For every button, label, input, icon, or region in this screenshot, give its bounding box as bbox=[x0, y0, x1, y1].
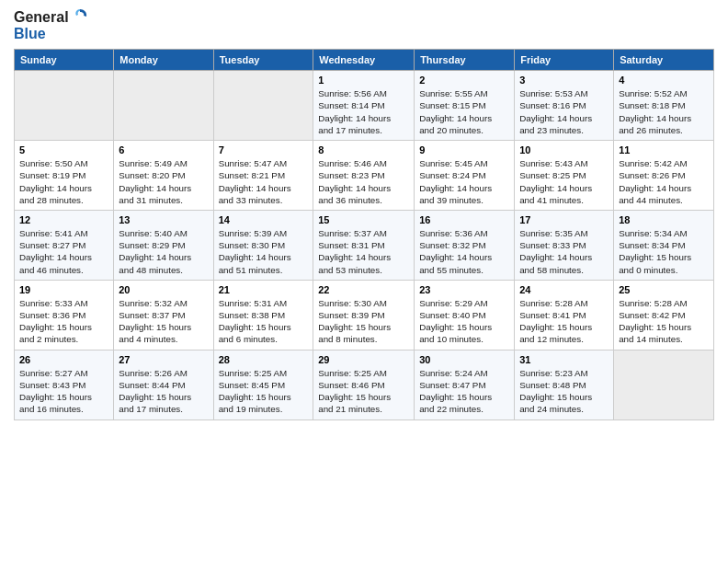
calendar-cell: 25Sunrise: 5:28 AM Sunset: 8:42 PM Dayli… bbox=[614, 280, 714, 350]
calendar-header-monday: Monday bbox=[114, 50, 213, 71]
day-info: Sunrise: 5:41 AM Sunset: 8:27 PM Dayligh… bbox=[19, 227, 108, 276]
logo: General Blue bbox=[14, 9, 89, 41]
day-number: 15 bbox=[318, 214, 409, 225]
calendar-cell: 31Sunrise: 5:23 AM Sunset: 8:48 PM Dayli… bbox=[515, 350, 614, 419]
day-info: Sunrise: 5:25 AM Sunset: 8:45 PM Dayligh… bbox=[219, 367, 309, 416]
logo-blue-text: Blue bbox=[14, 26, 89, 42]
day-number: 17 bbox=[519, 214, 609, 225]
day-info: Sunrise: 5:30 AM Sunset: 8:39 PM Dayligh… bbox=[318, 297, 409, 346]
calendar-cell: 18Sunrise: 5:34 AM Sunset: 8:34 PM Dayli… bbox=[614, 210, 714, 280]
calendar-header-row: SundayMondayTuesdayWednesdayThursdayFrid… bbox=[15, 50, 714, 71]
day-number: 13 bbox=[119, 214, 208, 225]
calendar-cell: 5Sunrise: 5:50 AM Sunset: 8:19 PM Daylig… bbox=[15, 141, 114, 211]
calendar-cell: 26Sunrise: 5:27 AM Sunset: 8:43 PM Dayli… bbox=[15, 350, 114, 419]
day-number: 1 bbox=[318, 75, 409, 86]
calendar-header-saturday: Saturday bbox=[614, 50, 714, 71]
day-number: 31 bbox=[519, 354, 609, 365]
day-info: Sunrise: 5:55 AM Sunset: 8:15 PM Dayligh… bbox=[419, 87, 509, 136]
calendar-week-row: 26Sunrise: 5:27 AM Sunset: 8:43 PM Dayli… bbox=[15, 350, 714, 419]
calendar-cell: 1Sunrise: 5:56 AM Sunset: 8:14 PM Daylig… bbox=[313, 71, 415, 141]
day-number: 19 bbox=[19, 284, 108, 295]
calendar-cell bbox=[614, 350, 714, 419]
logo-bird-icon bbox=[71, 6, 89, 25]
day-number: 27 bbox=[119, 354, 208, 365]
day-number: 28 bbox=[219, 354, 309, 365]
day-number: 12 bbox=[19, 214, 108, 225]
calendar-cell: 9Sunrise: 5:45 AM Sunset: 8:24 PM Daylig… bbox=[415, 141, 515, 211]
calendar-cell: 16Sunrise: 5:36 AM Sunset: 8:32 PM Dayli… bbox=[415, 210, 515, 280]
day-info: Sunrise: 5:28 AM Sunset: 8:41 PM Dayligh… bbox=[519, 297, 609, 346]
day-info: Sunrise: 5:49 AM Sunset: 8:20 PM Dayligh… bbox=[119, 157, 208, 206]
day-number: 24 bbox=[519, 284, 609, 295]
day-number: 23 bbox=[419, 284, 509, 295]
calendar-cell: 14Sunrise: 5:39 AM Sunset: 8:30 PM Dayli… bbox=[213, 210, 313, 280]
day-info: Sunrise: 5:56 AM Sunset: 8:14 PM Dayligh… bbox=[318, 87, 409, 136]
day-info: Sunrise: 5:28 AM Sunset: 8:42 PM Dayligh… bbox=[619, 297, 709, 346]
calendar-cell: 6Sunrise: 5:49 AM Sunset: 8:20 PM Daylig… bbox=[114, 141, 213, 211]
day-number: 16 bbox=[419, 214, 509, 225]
day-info: Sunrise: 5:31 AM Sunset: 8:38 PM Dayligh… bbox=[219, 297, 309, 346]
day-info: Sunrise: 5:27 AM Sunset: 8:43 PM Dayligh… bbox=[19, 367, 108, 416]
page: General Blue SundayMondayTuesdayWednesda… bbox=[0, 0, 728, 563]
calendar-cell: 23Sunrise: 5:29 AM Sunset: 8:40 PM Dayli… bbox=[415, 280, 515, 350]
calendar-header-thursday: Thursday bbox=[415, 50, 515, 71]
calendar-cell: 19Sunrise: 5:33 AM Sunset: 8:36 PM Dayli… bbox=[15, 280, 114, 350]
logo-general-text: General bbox=[14, 9, 69, 26]
day-number: 14 bbox=[219, 214, 309, 225]
day-info: Sunrise: 5:24 AM Sunset: 8:47 PM Dayligh… bbox=[419, 367, 509, 416]
day-number: 26 bbox=[19, 354, 108, 365]
day-info: Sunrise: 5:52 AM Sunset: 8:18 PM Dayligh… bbox=[619, 87, 709, 136]
day-number: 25 bbox=[619, 284, 709, 295]
day-info: Sunrise: 5:25 AM Sunset: 8:46 PM Dayligh… bbox=[318, 367, 409, 416]
day-number: 29 bbox=[318, 354, 409, 365]
calendar-cell: 2Sunrise: 5:55 AM Sunset: 8:15 PM Daylig… bbox=[415, 71, 515, 141]
day-number: 7 bbox=[219, 144, 309, 155]
calendar-cell bbox=[114, 71, 213, 141]
calendar-cell: 24Sunrise: 5:28 AM Sunset: 8:41 PM Dayli… bbox=[515, 280, 614, 350]
day-info: Sunrise: 5:42 AM Sunset: 8:26 PM Dayligh… bbox=[619, 157, 709, 206]
calendar-cell: 12Sunrise: 5:41 AM Sunset: 8:27 PM Dayli… bbox=[15, 210, 114, 280]
day-info: Sunrise: 5:50 AM Sunset: 8:19 PM Dayligh… bbox=[19, 157, 108, 206]
calendar-cell: 27Sunrise: 5:26 AM Sunset: 8:44 PM Dayli… bbox=[114, 350, 213, 419]
calendar-week-row: 19Sunrise: 5:33 AM Sunset: 8:36 PM Dayli… bbox=[15, 280, 714, 350]
calendar-cell bbox=[15, 71, 114, 141]
day-info: Sunrise: 5:33 AM Sunset: 8:36 PM Dayligh… bbox=[19, 297, 108, 346]
calendar-cell: 20Sunrise: 5:32 AM Sunset: 8:37 PM Dayli… bbox=[114, 280, 213, 350]
day-number: 5 bbox=[19, 144, 108, 155]
calendar-cell: 7Sunrise: 5:47 AM Sunset: 8:21 PM Daylig… bbox=[213, 141, 313, 211]
day-number: 4 bbox=[619, 75, 709, 86]
calendar-cell: 15Sunrise: 5:37 AM Sunset: 8:31 PM Dayli… bbox=[313, 210, 415, 280]
day-info: Sunrise: 5:53 AM Sunset: 8:16 PM Dayligh… bbox=[519, 87, 609, 136]
calendar-cell: 11Sunrise: 5:42 AM Sunset: 8:26 PM Dayli… bbox=[614, 141, 714, 211]
day-number: 6 bbox=[119, 144, 208, 155]
day-info: Sunrise: 5:43 AM Sunset: 8:25 PM Dayligh… bbox=[519, 157, 609, 206]
day-info: Sunrise: 5:29 AM Sunset: 8:40 PM Dayligh… bbox=[419, 297, 509, 346]
day-number: 10 bbox=[519, 144, 609, 155]
calendar-table: SundayMondayTuesdayWednesdayThursdayFrid… bbox=[14, 49, 714, 419]
day-info: Sunrise: 5:39 AM Sunset: 8:30 PM Dayligh… bbox=[219, 227, 309, 276]
day-info: Sunrise: 5:23 AM Sunset: 8:48 PM Dayligh… bbox=[519, 367, 609, 416]
day-number: 8 bbox=[318, 144, 409, 155]
day-info: Sunrise: 5:34 AM Sunset: 8:34 PM Dayligh… bbox=[619, 227, 709, 276]
calendar-cell: 10Sunrise: 5:43 AM Sunset: 8:25 PM Dayli… bbox=[515, 141, 614, 211]
header: General Blue bbox=[14, 9, 714, 41]
calendar-cell: 29Sunrise: 5:25 AM Sunset: 8:46 PM Dayli… bbox=[313, 350, 415, 419]
calendar-cell: 3Sunrise: 5:53 AM Sunset: 8:16 PM Daylig… bbox=[515, 71, 614, 141]
calendar-cell: 4Sunrise: 5:52 AM Sunset: 8:18 PM Daylig… bbox=[614, 71, 714, 141]
calendar-week-row: 12Sunrise: 5:41 AM Sunset: 8:27 PM Dayli… bbox=[15, 210, 714, 280]
calendar-header-wednesday: Wednesday bbox=[313, 50, 415, 71]
calendar-cell: 13Sunrise: 5:40 AM Sunset: 8:29 PM Dayli… bbox=[114, 210, 213, 280]
day-number: 30 bbox=[419, 354, 509, 365]
day-info: Sunrise: 5:45 AM Sunset: 8:24 PM Dayligh… bbox=[419, 157, 509, 206]
calendar-cell: 17Sunrise: 5:35 AM Sunset: 8:33 PM Dayli… bbox=[515, 210, 614, 280]
day-number: 21 bbox=[219, 284, 309, 295]
calendar-header-friday: Friday bbox=[515, 50, 614, 71]
calendar-week-row: 5Sunrise: 5:50 AM Sunset: 8:19 PM Daylig… bbox=[15, 141, 714, 211]
day-info: Sunrise: 5:47 AM Sunset: 8:21 PM Dayligh… bbox=[219, 157, 309, 206]
day-number: 3 bbox=[519, 75, 609, 86]
calendar-header-tuesday: Tuesday bbox=[213, 50, 313, 71]
calendar-cell: 22Sunrise: 5:30 AM Sunset: 8:39 PM Dayli… bbox=[313, 280, 415, 350]
calendar-cell: 30Sunrise: 5:24 AM Sunset: 8:47 PM Dayli… bbox=[415, 350, 515, 419]
day-info: Sunrise: 5:36 AM Sunset: 8:32 PM Dayligh… bbox=[419, 227, 509, 276]
calendar-week-row: 1Sunrise: 5:56 AM Sunset: 8:14 PM Daylig… bbox=[15, 71, 714, 141]
